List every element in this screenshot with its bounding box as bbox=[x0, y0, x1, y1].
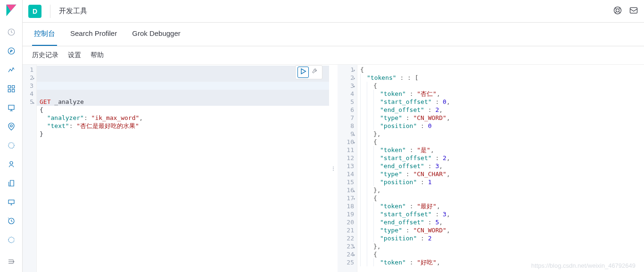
help-icon[interactable] bbox=[613, 6, 622, 17]
svg-point-16 bbox=[333, 168, 334, 169]
response-viewer[interactable]: 1▾2▾3▾456789▴10▾111213141516▴17▾18192021… bbox=[338, 65, 644, 272]
request-editor[interactable]: 12▾345▴ GET _analyze{ "analyzer": "ik_ma… bbox=[23, 65, 329, 272]
svg-point-13 bbox=[616, 9, 619, 12]
svg-rect-2 bbox=[8, 85, 10, 88]
help-link[interactable]: 帮助 bbox=[91, 51, 104, 60]
visualize-icon[interactable] bbox=[6, 64, 17, 76]
dashboard-icon[interactable] bbox=[6, 83, 17, 94]
siem-icon[interactable] bbox=[6, 234, 17, 246]
maps-icon[interactable] bbox=[6, 121, 17, 132]
ml-icon[interactable] bbox=[6, 140, 17, 151]
space-selector[interactable]: D bbox=[28, 5, 41, 18]
svg-rect-5 bbox=[12, 90, 14, 92]
svg-rect-6 bbox=[8, 105, 14, 110]
kibana-logo-icon[interactable] bbox=[5, 4, 18, 17]
tab-console[interactable]: 控制台 bbox=[32, 23, 57, 46]
tabs: 控制台 Search Profiler Grok Debugger bbox=[23, 23, 644, 46]
settings-link[interactable]: 设置 bbox=[68, 51, 81, 60]
uptime-icon[interactable] bbox=[6, 215, 17, 227]
logs-icon[interactable] bbox=[6, 178, 17, 189]
svg-point-8 bbox=[8, 143, 14, 148]
send-request-button[interactable] bbox=[297, 67, 309, 78]
svg-point-1 bbox=[8, 48, 15, 54]
nav-sidebar bbox=[0, 0, 23, 272]
topbar: D 开发工具 bbox=[23, 0, 644, 23]
canvas-icon[interactable] bbox=[6, 102, 17, 113]
infra-icon[interactable] bbox=[6, 159, 17, 170]
tab-search-profiler[interactable]: Search Profiler bbox=[68, 23, 119, 46]
svg-rect-4 bbox=[8, 90, 10, 92]
svg-point-9 bbox=[10, 162, 13, 164]
toolbar: 历史记录 设置 帮助 bbox=[23, 46, 644, 65]
tab-grok-debugger[interactable]: Grok Debugger bbox=[130, 23, 182, 46]
request-actions: 单击可发送请求 bbox=[295, 65, 322, 79]
svg-rect-14 bbox=[630, 8, 637, 13]
svg-point-7 bbox=[10, 125, 12, 127]
apm-icon[interactable] bbox=[6, 196, 17, 208]
recent-icon[interactable] bbox=[6, 26, 17, 38]
svg-point-15 bbox=[333, 166, 334, 167]
request-options-button[interactable] bbox=[310, 67, 320, 78]
newsfeed-icon[interactable] bbox=[629, 6, 638, 17]
svg-rect-3 bbox=[12, 85, 14, 88]
pane-resize-handle[interactable] bbox=[329, 65, 338, 272]
svg-point-17 bbox=[333, 170, 334, 170]
breadcrumb: 开发工具 bbox=[59, 7, 87, 16]
svg-rect-10 bbox=[8, 200, 14, 204]
discover-icon[interactable] bbox=[6, 45, 17, 57]
history-link[interactable]: 历史记录 bbox=[32, 51, 58, 60]
collapse-icon[interactable] bbox=[6, 256, 17, 267]
watermark: https://blog.csdn.net/weixin_46792649 bbox=[531, 262, 636, 269]
